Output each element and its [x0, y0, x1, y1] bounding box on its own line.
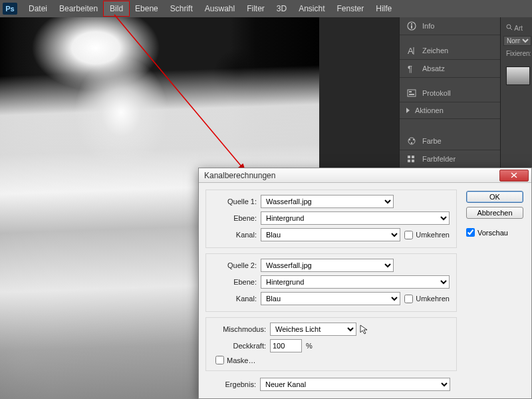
- ok-button[interactable]: OK: [466, 191, 523, 203]
- menu-auswahl[interactable]: Auswahl: [199, 1, 241, 16]
- search-icon: [506, 24, 513, 31]
- svg-line-18: [510, 28, 512, 30]
- panel-label: Zeichen: [422, 47, 448, 55]
- close-icon: [511, 172, 517, 178]
- svg-rect-1: [411, 25, 412, 29]
- panel-farbfelder[interactable]: Farbfelder: [400, 150, 500, 168]
- menu-filter[interactable]: Filter: [241, 1, 271, 16]
- blend-mode-label: Mischmodus:: [213, 325, 266, 333]
- svg-rect-8: [409, 94, 414, 95]
- menu-fenster[interactable]: Fenster: [331, 1, 370, 16]
- menu-bearbeiten[interactable]: Bearbeiten: [53, 1, 104, 16]
- layer-thumbnail[interactable]: [506, 66, 530, 85]
- opacity-label: Deckkraft:: [213, 342, 266, 350]
- history-icon: [406, 88, 417, 98]
- svg-rect-6: [408, 90, 416, 96]
- source1-layer-select[interactable]: Hintergrund: [261, 211, 450, 225]
- panel-label: Farbe: [422, 137, 442, 145]
- app-logo-icon: Ps: [3, 3, 17, 15]
- menu-bild[interactable]: Bild: [104, 1, 129, 16]
- cursor-icon: [359, 324, 370, 334]
- opacity-input[interactable]: [270, 339, 302, 352]
- dialog-title: Kanalberechnungen: [204, 171, 275, 180]
- swatches-icon: [406, 154, 417, 164]
- panel-farbe[interactable]: Farbe: [400, 132, 500, 150]
- source1-layer-label: Ebene:: [213, 214, 257, 222]
- close-button[interactable]: [499, 170, 529, 182]
- menubar: Ps DateiBearbeitenBildEbeneSchriftAuswah…: [0, 0, 532, 17]
- panel-aktionen[interactable]: Aktionen: [400, 102, 500, 119]
- color-icon: [406, 136, 417, 146]
- menu-ebene[interactable]: Ebene: [129, 1, 164, 16]
- svg-text:A: A: [408, 46, 414, 55]
- source2-layer-select[interactable]: Hintergrund: [261, 275, 450, 289]
- source1-select[interactable]: Wasserfall.jpg: [261, 195, 394, 208]
- menu-3d[interactable]: 3D: [271, 1, 293, 16]
- blend-mode-select-dialog[interactable]: Weiches Licht: [270, 323, 356, 336]
- svg-rect-7: [409, 91, 412, 92]
- panel-absatz[interactable]: ¶ Absatz: [400, 60, 500, 78]
- svg-text:¶: ¶: [408, 64, 412, 73]
- panel-label: Aktionen: [415, 106, 444, 114]
- svg-point-12: [411, 142, 412, 144]
- menu-hilfe[interactable]: Hilfe: [370, 1, 398, 16]
- svg-rect-15: [408, 160, 410, 162]
- panel-info[interactable]: Info: [400, 17, 500, 35]
- info-icon: [406, 21, 417, 31]
- panel-label: Absatz: [422, 65, 445, 72]
- panel-label: Protokoll: [422, 89, 451, 97]
- svg-rect-14: [412, 156, 414, 158]
- paragraph-icon: ¶: [406, 64, 417, 73]
- menu-ansicht[interactable]: Ansicht: [293, 1, 331, 16]
- svg-rect-13: [408, 156, 410, 158]
- preview-checkbox[interactable]: Vorschau: [466, 228, 523, 237]
- svg-rect-2: [411, 23, 412, 25]
- source2-invert-checkbox[interactable]: Umkehren: [404, 295, 450, 303]
- play-icon: [406, 108, 410, 113]
- opacity-suffix: %: [306, 342, 313, 350]
- panel-protokoll[interactable]: Protokoll: [400, 84, 500, 102]
- panel-label: Farbfelder: [422, 155, 456, 163]
- blend-mode-select[interactable]: Normal: [503, 36, 531, 46]
- lock-label: Fixieren:: [502, 47, 531, 60]
- source1-channel-select[interactable]: Blau: [261, 228, 400, 241]
- mask-checkbox[interactable]: Maske…: [215, 356, 255, 364]
- panel-label: Info: [422, 22, 434, 30]
- result-label: Ergebnis:: [212, 380, 256, 388]
- source2-channel-label: Kanal:: [213, 295, 257, 303]
- cancel-button[interactable]: Abbrechen: [466, 207, 523, 219]
- source1-group: Quelle 1: Wasserfall.jpg Ebene: Hintergr…: [205, 190, 457, 248]
- menu-datei[interactable]: Datei: [23, 1, 53, 16]
- blend-group: Mischmodus: Weiches Licht Deckkraft: % M…: [205, 317, 457, 371]
- source2-group: Quelle 2: Wasserfall.jpg Ebene: Hintergr…: [205, 253, 457, 312]
- panel-zeichen[interactable]: A Zeichen: [400, 42, 500, 60]
- source2-layer-label: Ebene:: [213, 278, 257, 286]
- result-select[interactable]: Neuer Kanal: [260, 378, 450, 391]
- art-label: Art: [514, 25, 523, 32]
- dialog-titlebar[interactable]: Kanalberechnungen: [199, 168, 531, 183]
- svg-point-11: [413, 139, 414, 140]
- source1-invert-checkbox[interactable]: Umkehren: [404, 231, 450, 239]
- calculations-dialog: Kanalberechnungen Quelle 1: Wasserfall.j…: [198, 168, 532, 399]
- source2-select[interactable]: Wasserfall.jpg: [261, 259, 394, 272]
- menu-schrift[interactable]: Schrift: [164, 1, 199, 16]
- source1-channel-label: Kanal:: [213, 231, 257, 239]
- source2-label: Quelle 2:: [213, 261, 257, 269]
- character-icon: A: [406, 46, 417, 55]
- source2-channel-select[interactable]: Blau: [261, 292, 400, 305]
- svg-point-10: [409, 139, 410, 140]
- svg-rect-16: [412, 160, 414, 162]
- source1-label: Quelle 1:: [213, 198, 257, 205]
